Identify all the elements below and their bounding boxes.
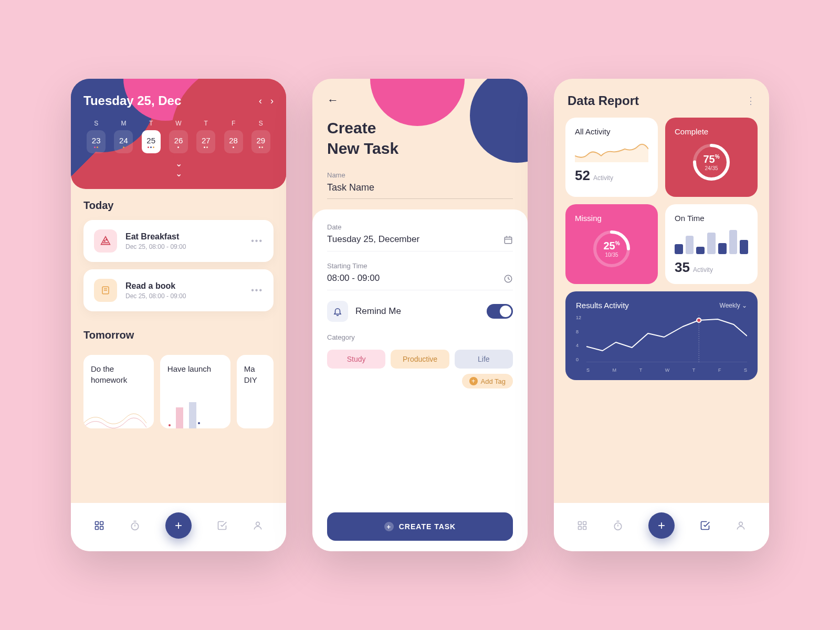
date-field[interactable]: Date Tuesday 25, December <box>327 223 513 251</box>
tomorrow-card-homework[interactable]: Do the homework <box>83 355 154 428</box>
svg-point-16 <box>256 522 260 526</box>
svg-rect-10 <box>100 522 103 525</box>
day-23[interactable]: 23 <box>87 130 106 153</box>
svg-rect-33 <box>579 527 582 530</box>
svg-point-1 <box>106 239 107 240</box>
clock-icon <box>503 274 513 284</box>
bar-chart <box>675 228 748 254</box>
nav-add-button[interactable]: + <box>165 512 192 539</box>
task-name: Read a book <box>125 281 243 291</box>
tomorrow-card-diy[interactable]: Ma DIY <box>237 355 274 428</box>
task-time: Dec 25, 08:00 - 09:00 <box>125 243 243 250</box>
nav-check-icon[interactable] <box>217 520 227 531</box>
day-28[interactable]: 28 <box>224 130 243 153</box>
name-field[interactable]: Name Task Name <box>327 171 513 199</box>
add-tag-button[interactable]: + Add Tag <box>462 374 513 388</box>
results-title: Results Activity <box>576 301 629 310</box>
category-productive[interactable]: Productive <box>391 350 449 369</box>
book-icon <box>94 279 117 302</box>
nav-profile-icon[interactable] <box>736 520 746 531</box>
day-25-selected[interactable]: 25 <box>142 130 161 153</box>
results-line-chart: 12 8 4 0 S M T W T F S <box>576 315 747 373</box>
screen-data-report: Data Report ⋮ All Activity 52Activity Co… <box>554 79 769 551</box>
back-arrow-icon[interactable]: ← <box>327 93 513 107</box>
week-strip: S23 M24 T25 W26 T27 F28 S29 <box>83 120 274 153</box>
progress-ring: 25% 10/35 <box>591 228 633 270</box>
bell-icon <box>327 301 348 322</box>
svg-point-7 <box>169 424 171 426</box>
plus-icon: + <box>469 377 478 385</box>
nav-timer-icon[interactable] <box>613 520 623 531</box>
svg-rect-32 <box>583 522 586 525</box>
nav-profile-icon[interactable] <box>253 520 263 531</box>
day-26[interactable]: 26 <box>169 130 188 153</box>
create-task-button[interactable]: + CREATE TASK <box>327 512 513 541</box>
svg-rect-12 <box>100 527 103 530</box>
page-title: Data Report <box>568 93 639 108</box>
time-field[interactable]: Starting Time 08:00 - 09:00 <box>327 262 513 290</box>
progress-ring: 75% 24/35 <box>690 141 732 183</box>
svg-point-38 <box>739 522 743 526</box>
nav-grid-icon[interactable] <box>577 520 587 531</box>
screen-calendar: Tuesday 25, Dec ‹ › S23 M24 T25 W26 T27 … <box>71 79 286 551</box>
plus-icon: + <box>384 522 394 531</box>
card-missing[interactable]: Missing 25% 10/35 <box>565 204 658 284</box>
calendar-header: Tuesday 25, Dec ‹ › S23 M24 T25 W26 T27 … <box>71 79 286 189</box>
category-label: Category <box>327 333 513 341</box>
more-icon[interactable]: ••• <box>251 236 263 246</box>
tomorrow-heading: Tomorrow <box>83 329 274 341</box>
svg-point-0 <box>104 240 106 242</box>
expand-calendar-icon[interactable]: ⌄⌄ <box>83 159 274 178</box>
sparkline-chart <box>575 141 648 162</box>
screen-create-task: ← CreateNew Task Name Task Name Date Tue… <box>312 79 528 551</box>
day-24[interactable]: 24 <box>114 130 133 153</box>
tomorrow-card-launch[interactable]: Have launch <box>160 355 230 428</box>
results-activity-card: Results Activity Weekly ⌄ 12 8 4 0 S M <box>565 291 758 380</box>
bottom-nav: + <box>71 503 286 551</box>
card-all-activity[interactable]: All Activity 52Activity <box>565 118 658 197</box>
calendar-icon <box>503 235 513 245</box>
day-27[interactable]: 27 <box>196 130 215 153</box>
next-month-icon[interactable]: › <box>270 96 274 107</box>
prev-month-icon[interactable]: ‹ <box>259 96 262 107</box>
pizza-slice-icon <box>94 229 117 253</box>
more-vertical-icon[interactable]: ⋮ <box>746 95 755 107</box>
remind-toggle[interactable] <box>487 304 513 319</box>
svg-point-8 <box>198 422 200 424</box>
task-name: Eat Breakfast <box>125 232 243 242</box>
today-heading: Today <box>83 200 274 212</box>
nav-add-button[interactable]: + <box>648 512 675 539</box>
more-icon[interactable]: ••• <box>251 286 263 295</box>
category-study[interactable]: Study <box>327 350 385 369</box>
date-title: Tuesday 25, Dec <box>83 93 181 108</box>
svg-rect-5 <box>176 407 183 428</box>
remind-label: Remind Me <box>355 306 479 317</box>
svg-rect-9 <box>96 522 99 525</box>
svg-point-30 <box>697 318 701 322</box>
svg-rect-31 <box>579 522 582 525</box>
day-29[interactable]: 29 <box>251 130 270 153</box>
svg-line-23 <box>508 279 510 280</box>
task-card-breakfast[interactable]: Eat Breakfast Dec 25, 08:00 - 09:00 ••• <box>83 220 274 262</box>
svg-rect-17 <box>505 237 512 244</box>
card-on-time[interactable]: On Time 35Activity <box>665 204 758 284</box>
page-title: CreateNew Task <box>327 118 513 159</box>
card-complete[interactable]: Complete 75% 24/35 <box>665 118 758 197</box>
bottom-nav: + <box>554 503 769 551</box>
svg-rect-11 <box>96 527 99 530</box>
svg-rect-6 <box>189 402 196 428</box>
nav-timer-icon[interactable] <box>130 520 140 531</box>
svg-rect-34 <box>583 527 586 530</box>
period-dropdown[interactable]: Weekly ⌄ <box>720 302 747 309</box>
category-life[interactable]: Life <box>455 350 513 369</box>
task-card-read[interactable]: Read a book Dec 25, 08:00 - 09:00 ••• <box>83 269 274 311</box>
task-time: Dec 25, 08:00 - 09:00 <box>125 292 243 300</box>
nav-check-icon[interactable] <box>700 520 710 531</box>
nav-grid-icon[interactable] <box>94 520 104 531</box>
